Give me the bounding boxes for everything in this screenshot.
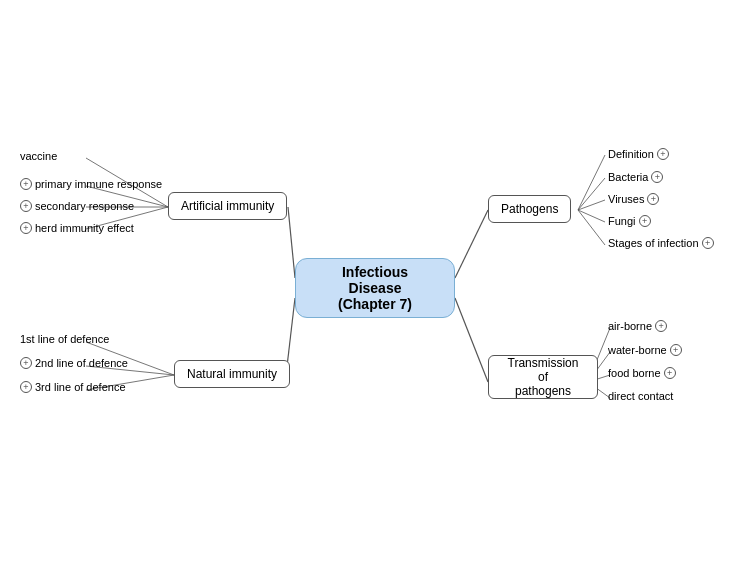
secondary-response-label: secondary response	[35, 200, 134, 212]
foodborne-label: food borne	[608, 367, 661, 379]
stages-label: Stages of infection	[608, 237, 699, 249]
1st-line-label: 1st line of defence	[20, 333, 109, 345]
leaf-secondary-response: + secondary response	[20, 200, 134, 212]
svg-line-11	[578, 155, 605, 210]
svg-line-2	[455, 210, 488, 278]
2nd-line-label: 2nd line of defence	[35, 357, 128, 369]
leaf-definition: Definition +	[608, 148, 669, 160]
leaf-foodborne: food borne +	[608, 367, 676, 379]
artificial-immunity-node: Artificial immunity	[168, 192, 287, 220]
pathogens-node: Pathogens	[488, 195, 571, 223]
center-node: Infectious Disease (Chapter 7)	[295, 258, 455, 318]
plus-icon[interactable]: +	[20, 178, 32, 190]
leaf-stages: Stages of infection +	[608, 237, 714, 249]
leaf-bacteria: Bacteria +	[608, 171, 663, 183]
primary-immune-label: primary immune response	[35, 178, 162, 190]
plus-icon[interactable]: +	[647, 193, 659, 205]
viruses-label: Viruses	[608, 193, 644, 205]
plus-icon[interactable]: +	[20, 200, 32, 212]
leaf-direct-contact: direct contact	[608, 390, 673, 402]
herd-immunity-label: herd immunity effect	[35, 222, 134, 234]
leaf-fungi: Fungi +	[608, 215, 651, 227]
leaf-waterborne: water-borne +	[608, 344, 682, 356]
svg-line-13	[578, 200, 605, 210]
3rd-line-label: 3rd line of defence	[35, 381, 126, 393]
svg-line-14	[578, 210, 605, 222]
plus-icon[interactable]: +	[20, 222, 32, 234]
plus-icon[interactable]: +	[664, 367, 676, 379]
pathogens-label: Pathogens	[501, 202, 558, 216]
airborne-label: air-borne	[608, 320, 652, 332]
svg-line-0	[288, 207, 295, 278]
plus-icon[interactable]: +	[651, 171, 663, 183]
vaccine-label: vaccine	[20, 150, 57, 162]
plus-icon[interactable]: +	[657, 148, 669, 160]
plus-icon[interactable]: +	[20, 357, 32, 369]
artificial-immunity-label: Artificial immunity	[181, 199, 274, 213]
natural-immunity-label: Natural immunity	[187, 367, 277, 381]
svg-line-3	[455, 298, 488, 382]
leaf-1st-line: 1st line of defence	[20, 333, 109, 345]
svg-line-12	[578, 178, 605, 210]
plus-icon[interactable]: +	[655, 320, 667, 332]
leaf-3rd-line: + 3rd line of defence	[20, 381, 126, 393]
direct-contact-label: direct contact	[608, 390, 673, 402]
plus-icon[interactable]: +	[670, 344, 682, 356]
leaf-2nd-line: + 2nd line of defence	[20, 357, 128, 369]
bacteria-label: Bacteria	[608, 171, 648, 183]
plus-icon[interactable]: +	[20, 381, 32, 393]
plus-icon[interactable]: +	[639, 215, 651, 227]
leaf-viruses: Viruses +	[608, 193, 659, 205]
leaf-herd-immunity: + herd immunity effect	[20, 222, 134, 234]
definition-label: Definition	[608, 148, 654, 160]
leaf-primary-immune: + primary immune response	[20, 178, 162, 190]
plus-icon[interactable]: +	[702, 237, 714, 249]
waterborne-label: water-borne	[608, 344, 667, 356]
transmission-label: Transmission of pathogens	[501, 356, 585, 398]
natural-immunity-node: Natural immunity	[174, 360, 290, 388]
fungi-label: Fungi	[608, 215, 636, 227]
transmission-node: Transmission of pathogens	[488, 355, 598, 399]
svg-line-15	[578, 210, 605, 245]
center-label: Infectious Disease (Chapter 7)	[314, 264, 436, 312]
leaf-airborne: air-borne +	[608, 320, 667, 332]
leaf-vaccine: vaccine	[20, 150, 57, 162]
